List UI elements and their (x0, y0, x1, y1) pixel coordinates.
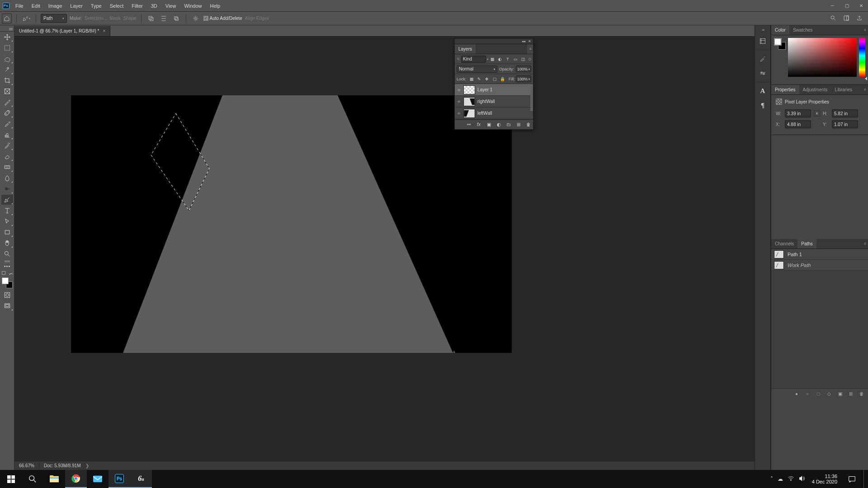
search-button[interactable] (22, 470, 43, 488)
pen-tool[interactable] (1, 195, 13, 205)
edit-toolbar[interactable]: ••• (1, 263, 13, 269)
make-selection[interactable]: Selection... (85, 16, 107, 21)
link-wh-icon[interactable] (814, 110, 820, 117)
layers-filter-input[interactable] (461, 56, 486, 63)
eyedropper-tool[interactable] (1, 97, 13, 107)
path-row[interactable]: Work Path (771, 260, 868, 271)
path-op-combine-icon[interactable] (146, 14, 156, 23)
layer-row[interactable]: leftWall (455, 108, 533, 119)
filter-pixel-icon[interactable]: ▦ (489, 56, 495, 62)
brushes-panel-icon[interactable] (756, 53, 769, 65)
stroke-path-icon[interactable]: ○ (805, 391, 810, 397)
adjustments-tab[interactable]: Adjustments (799, 85, 831, 94)
color-panel-menu[interactable]: ≡ (861, 28, 868, 32)
auto-add-delete-checkbox[interactable]: ✓ Auto Add/Delete (203, 16, 242, 21)
workspace-icon[interactable] (843, 15, 849, 22)
link-layers-icon[interactable]: ⚯ (466, 122, 472, 127)
layers-titlebar[interactable]: ◂◂ ✕ (455, 39, 533, 44)
visibility-icon[interactable] (457, 99, 461, 104)
notification-icon[interactable] (844, 470, 860, 488)
fill-path-icon[interactable]: ● (794, 391, 799, 397)
minimize-button[interactable]: ─ (826, 0, 839, 11)
filter-shape-icon[interactable]: ▭ (512, 56, 519, 62)
gear-icon[interactable] (191, 14, 201, 23)
libraries-tab[interactable]: Libraries (831, 85, 856, 94)
brush-tool[interactable] (1, 119, 13, 129)
swatches-tab[interactable]: Swatches (789, 25, 816, 35)
menu-type[interactable]: Type (87, 1, 105, 11)
lock-pixels-icon[interactable]: ✎ (477, 76, 482, 81)
lock-transparent-icon[interactable]: ▦ (469, 76, 474, 81)
mask-path-icon[interactable]: ▣ (837, 391, 843, 397)
mode-select[interactable]: Path ▾ (41, 14, 67, 23)
make-mask[interactable]: Mask (110, 16, 121, 21)
paragraph-panel-icon[interactable]: ¶ (756, 99, 769, 111)
zoom-level[interactable]: 66.67% (19, 463, 34, 468)
layers-menu-icon[interactable]: ≡ (527, 44, 533, 54)
stamp-tool[interactable] (1, 130, 13, 140)
menu-layer[interactable]: Layer (66, 1, 86, 11)
make-shape[interactable]: Shape (123, 16, 137, 21)
properties-tab[interactable]: Properties (771, 85, 799, 94)
screenmode-tool[interactable] (1, 301, 13, 311)
blur-tool[interactable] (1, 173, 13, 183)
filter-type-icon[interactable]: T (505, 56, 511, 62)
paths-tab[interactable]: Paths (797, 239, 816, 249)
file-explorer-button[interactable] (43, 470, 65, 488)
close-button[interactable]: ✕ (854, 0, 868, 11)
share-icon[interactable] (856, 15, 863, 22)
lasso-tool[interactable] (1, 54, 13, 64)
group-icon[interactable]: 🗀 (506, 122, 511, 127)
volume-icon[interactable] (799, 475, 806, 483)
lock-artboard-icon[interactable]: ▢ (492, 76, 497, 81)
tray-expand-icon[interactable]: ˄ (770, 476, 773, 482)
move-tool[interactable] (1, 32, 13, 42)
search-icon[interactable] (830, 15, 836, 22)
color-tab[interactable]: Color (771, 25, 789, 35)
wifi-icon[interactable] (788, 475, 794, 483)
layers-scrollbar[interactable] (530, 84, 533, 111)
width-input[interactable] (785, 109, 811, 117)
rectangle-tool[interactable] (1, 227, 13, 237)
gradient-tool[interactable] (1, 162, 13, 172)
app-button[interactable]: 6ıı (130, 470, 152, 488)
lock-position-icon[interactable]: ✥ (485, 76, 490, 81)
close-tab-icon[interactable]: × (103, 28, 105, 33)
adjustment-icon[interactable]: ◐ (496, 122, 501, 127)
hand-tool[interactable] (1, 238, 13, 248)
frame-tool[interactable] (1, 86, 13, 96)
visibility-icon[interactable] (457, 88, 461, 92)
toolbar-handle[interactable] (0, 25, 14, 32)
mail-button[interactable] (87, 470, 108, 488)
height-input[interactable] (832, 109, 858, 117)
layer-name[interactable]: rightWall (477, 99, 495, 104)
channels-tab[interactable]: Channels (771, 239, 797, 249)
filter-dropdown-icon[interactable]: ▾ (487, 57, 488, 61)
photoshop-button[interactable]: Ps (108, 470, 130, 488)
menu-view[interactable]: View (162, 1, 180, 11)
character-panel-icon[interactable]: A (756, 85, 769, 97)
type-tool[interactable] (1, 206, 13, 216)
menu-edit[interactable]: Edit (28, 1, 44, 11)
onedrive-icon[interactable]: ☁ (778, 476, 783, 482)
menu-help[interactable]: Help (207, 1, 224, 11)
crop-tool[interactable] (1, 75, 13, 85)
show-desktop[interactable] (863, 470, 866, 488)
lock-all-icon[interactable]: 🔒 (500, 76, 505, 81)
layers-tab[interactable]: Layers (455, 44, 476, 54)
path-arrange-icon[interactable] (171, 14, 181, 23)
fill-input[interactable]: 100%▾ (516, 75, 531, 82)
menu-window[interactable]: Window (180, 1, 205, 11)
document-tab[interactable]: Untitled-1 @ 66.7% (Layer 1, RGB/8#) * × (14, 26, 110, 36)
status-menu-arrow[interactable]: ❯ (85, 463, 89, 468)
color-field[interactable] (788, 38, 857, 77)
paths-panel-menu[interactable]: ≡ (861, 242, 868, 246)
dock-collapse[interactable]: ◂◂ (755, 28, 770, 32)
dodge-tool[interactable] (1, 184, 13, 194)
default-swap-colors[interactable]: ⤺ (2, 271, 13, 276)
filter-toggle[interactable] (528, 58, 531, 61)
blend-mode-select[interactable]: Normal ▾ (457, 66, 497, 73)
layer-row[interactable]: Layer 1 (455, 84, 533, 96)
marquee-tool[interactable] (1, 43, 13, 53)
menu-image[interactable]: Image (45, 1, 66, 11)
